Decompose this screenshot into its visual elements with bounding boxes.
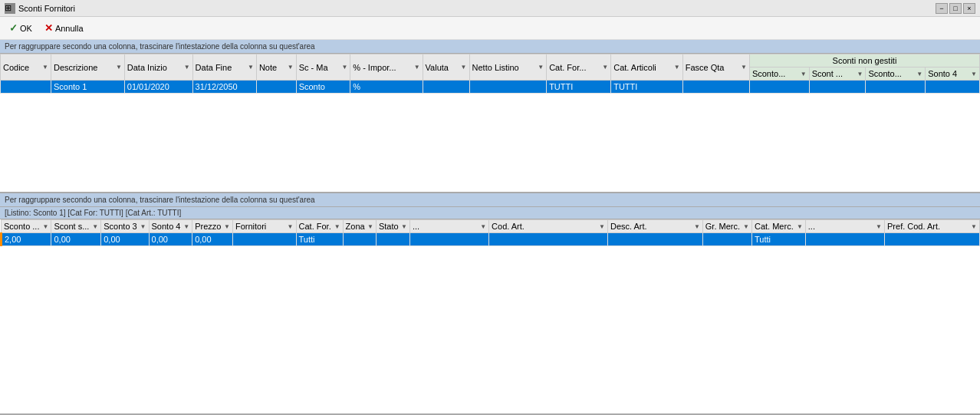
col2-dot2: ...▼ bbox=[805, 220, 884, 233]
col2-catmerc: Cat. Merc.▼ bbox=[751, 220, 805, 233]
col-%---impor...: % - Impor...▼ bbox=[350, 54, 423, 81]
section2-header-row: Sconto ...▼ Scont s...▼ Sconto 3▼ Sonto … bbox=[2, 220, 980, 233]
col2-grmerc: Gr. Merc.▼ bbox=[702, 220, 751, 233]
x-icon: ✕ bbox=[44, 22, 53, 34]
col-cat.-articoli: Cat. Articoli▼ bbox=[611, 54, 683, 81]
col2-codart: Cod. Art.▼ bbox=[489, 220, 608, 233]
cancel-button[interactable]: ✕ Annulla bbox=[40, 21, 88, 35]
ok-label: OK bbox=[20, 24, 32, 33]
ok-button[interactable]: ✓ OK bbox=[5, 21, 37, 35]
col-fasce-qta: Fasce Qta▼ bbox=[682, 54, 749, 81]
col-cat.-for...: Cat. For...▼ bbox=[547, 54, 611, 81]
subh-Sconto...: Sconto...▼ bbox=[866, 68, 926, 81]
col2-fornitori: Fornitori▼ bbox=[232, 220, 296, 233]
table-row[interactable]: Sconto 101/01/202031/12/2050Sconto%TUTTI… bbox=[1, 81, 980, 94]
subh-Scont-...: Scont ...▼ bbox=[809, 68, 866, 81]
minimize-button[interactable]: − bbox=[936, 3, 948, 14]
non-gestiti-group: Sconti non gestiti bbox=[749, 54, 979, 68]
col2-prefcodart: Pref. Cod. Art.▼ bbox=[885, 220, 980, 233]
col-note: Note▼ bbox=[256, 54, 296, 81]
col2-zona: Zona▼ bbox=[343, 220, 376, 233]
col2-stato: Stato▼ bbox=[376, 220, 409, 233]
subh-Sonto-4: Sonto 4▼ bbox=[926, 68, 980, 81]
section1: Per raggruppare secondo una colonna, tra… bbox=[0, 40, 980, 193]
col-netto-listino: Netto Listino▼ bbox=[469, 54, 547, 81]
window-title: Sconti Fornitori bbox=[18, 4, 75, 13]
col-codice: Codice▼ bbox=[1, 54, 51, 81]
col-descrizione: Descrizione▼ bbox=[51, 54, 124, 81]
col2-catfor: Cat. For.▼ bbox=[296, 220, 343, 233]
close-button[interactable]: × bbox=[963, 3, 975, 14]
app-icon: ⊞ bbox=[5, 3, 15, 14]
col2-descart: Desc. Art.▼ bbox=[607, 220, 702, 233]
section2-filter-label: [Listino: Sconto 1] [Cat For: TUTTI] [Ca… bbox=[0, 207, 980, 219]
col2-sconto3: Sconto 3▼ bbox=[101, 220, 149, 233]
col-data-inizio: Data Inizio▼ bbox=[124, 54, 192, 81]
col2-sconto2: Scont s...▼ bbox=[51, 220, 101, 233]
col2-sonto4: Sonto 4▼ bbox=[149, 220, 192, 233]
section2: Per raggruppare secondo una colonna, tra… bbox=[0, 193, 980, 415]
section1-table: Codice▼Descrizione▼Data Inizio▼Data Fine… bbox=[0, 54, 980, 94]
section2-body: 2,000,000,000,000,00TuttiTutti bbox=[2, 233, 980, 246]
subh-Sconto...: Sconto...▼ bbox=[749, 68, 809, 81]
section1-grid[interactable]: Codice▼Descrizione▼Data Inizio▼Data Fine… bbox=[0, 54, 980, 192]
col2-dot1: ...▼ bbox=[409, 220, 488, 233]
section1-body: Sconto 101/01/202031/12/2050Sconto%TUTTI… bbox=[1, 81, 980, 94]
table-row[interactable]: 2,000,000,000,000,00TuttiTutti bbox=[2, 233, 980, 246]
check-icon: ✓ bbox=[9, 22, 18, 34]
title-bar: ⊞ Sconti Fornitori − □ × bbox=[0, 0, 980, 17]
col-data-fine: Data Fine▼ bbox=[192, 54, 256, 81]
col-sc---ma: Sc - Ma▼ bbox=[296, 54, 350, 81]
section2-grid[interactable]: Sconto ...▼ Scont s...▼ Sconto 3▼ Sonto … bbox=[0, 219, 980, 413]
col2-prezzo: Prezzo▼ bbox=[192, 220, 233, 233]
main-content: Per raggruppare secondo una colonna, tra… bbox=[0, 40, 980, 415]
col-valuta: Valuta▼ bbox=[423, 54, 469, 81]
maximize-button[interactable]: □ bbox=[949, 3, 962, 14]
cancel-label: Annulla bbox=[55, 24, 84, 33]
section2-group-bar: Per raggruppare secondo una colonna, tra… bbox=[0, 193, 980, 207]
section1-group-bar: Per raggruppare secondo una colonna, tra… bbox=[0, 40, 980, 54]
toolbar: ✓ OK ✕ Annulla bbox=[0, 17, 980, 40]
section2-table: Sconto ...▼ Scont s...▼ Sconto 3▼ Sonto … bbox=[0, 219, 980, 246]
col2-sconto1: Sconto ...▼ bbox=[2, 220, 51, 233]
window-controls[interactable]: − □ × bbox=[936, 3, 975, 14]
